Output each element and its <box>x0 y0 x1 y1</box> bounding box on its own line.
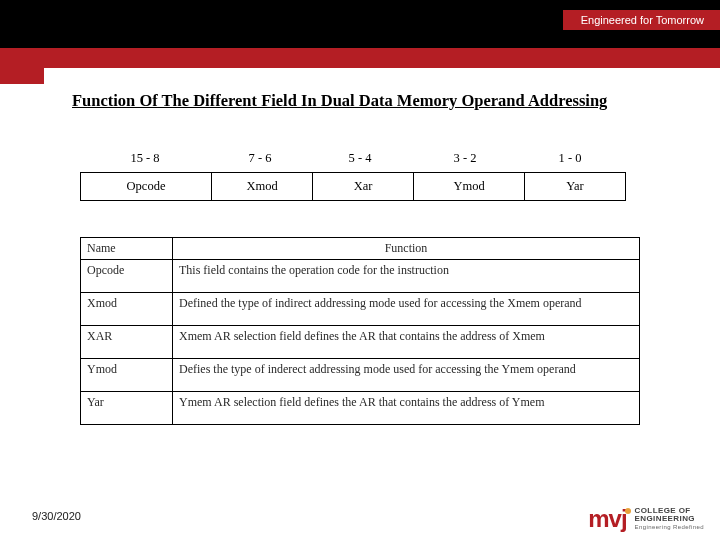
field-name: XAR <box>81 326 173 359</box>
table-header: Function <box>173 238 640 260</box>
bit-range: 5 - 4 <box>310 151 410 172</box>
bit-range: 1 - 0 <box>520 151 620 172</box>
college-logo: mvj COLLEGE OF ENGINEERING Engineering R… <box>588 507 704 530</box>
field-name: Xmod <box>81 293 173 326</box>
bit-name-cell: Opcode <box>80 172 212 201</box>
field-desc: Ymem AR selection field defines the AR t… <box>173 392 640 425</box>
slide-title: Function Of The Different Field In Dual … <box>72 90 700 111</box>
tagline-bar: Engineered for Tomorrow <box>563 10 720 30</box>
logo-dot-icon <box>625 508 631 514</box>
logo-sub: Engineering Redefined <box>635 524 704 530</box>
footer-date: 9/30/2020 <box>32 510 81 522</box>
field-name: Opcode <box>81 260 173 293</box>
table-header-row: Name Function <box>81 238 640 260</box>
bit-range: 7 - 6 <box>210 151 310 172</box>
field-desc: Defined the type of indirect addressing … <box>173 293 640 326</box>
table-row: Xmod Defined the type of indirect addres… <box>81 293 640 326</box>
field-desc: Xmem AR selection field defines the AR t… <box>173 326 640 359</box>
bit-name-cell: Xmod <box>211 172 313 201</box>
bit-name-cell: Ymod <box>413 172 525 201</box>
bit-range-row: 15 - 8 7 - 6 5 - 4 3 - 2 1 - 0 <box>80 151 640 172</box>
bit-name-cell: Yar <box>524 172 626 201</box>
table-header: Name <box>81 238 173 260</box>
logo-line2: ENGINEERING <box>635 514 695 523</box>
bit-field-diagram: 15 - 8 7 - 6 5 - 4 3 - 2 1 - 0 Opcode Xm… <box>80 151 640 201</box>
bit-name-cell: Xar <box>312 172 414 201</box>
table-row: Ymod Defies the type of inderect address… <box>81 359 640 392</box>
field-desc: This field contains the operation code f… <box>173 260 640 293</box>
header-black-bar: Engineered for Tomorrow <box>0 0 720 48</box>
function-table: Name Function Opcode This field contains… <box>80 237 640 425</box>
table-row: XAR Xmem AR selection field defines the … <box>81 326 640 359</box>
tagline-text: Engineered for Tomorrow <box>581 14 704 26</box>
field-name: Yar <box>81 392 173 425</box>
table-row: Opcode This field contains the operation… <box>81 260 640 293</box>
logo-text: mvj <box>588 508 630 530</box>
field-desc: Defies the type of inderect addressing m… <box>173 359 640 392</box>
field-name: Ymod <box>81 359 173 392</box>
bit-range: 15 - 8 <box>80 151 210 172</box>
logo-main: mvj <box>588 505 626 532</box>
header-red-corner <box>0 48 44 84</box>
header-red-band <box>10 48 720 68</box>
bit-name-row: Opcode Xmod Xar Ymod Yar <box>80 172 640 201</box>
table-row: Yar Ymem AR selection field defines the … <box>81 392 640 425</box>
bit-range: 3 - 2 <box>410 151 520 172</box>
logo-subtext: COLLEGE OF ENGINEERING Engineering Redef… <box>635 507 704 530</box>
